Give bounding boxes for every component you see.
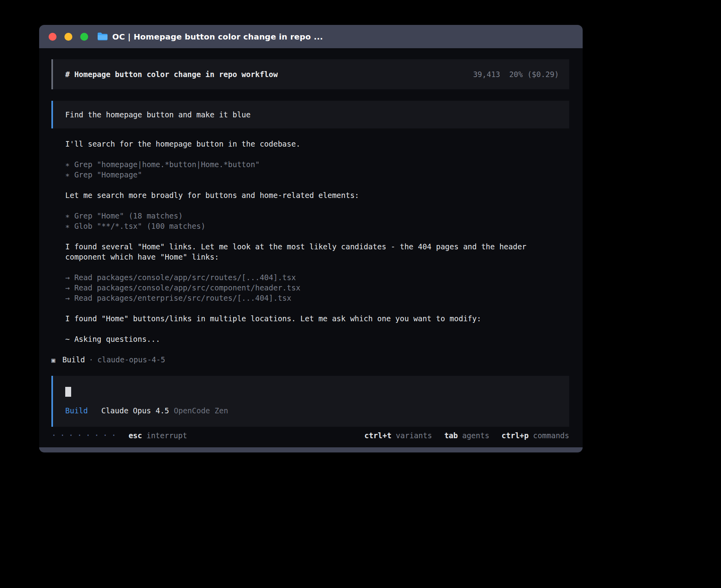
user-message-text: Find the homepage button and make it blu… <box>65 110 251 119</box>
tool-call-line: → Read packages/enterprise/src/routes/[.… <box>65 293 569 303</box>
session-header: # Homepage button color change in repo w… <box>51 59 569 89</box>
tool-call-line: → Read packages/console/app/src/componen… <box>65 283 569 293</box>
input-provider-label: OpenCode Zen <box>174 406 228 415</box>
shortcut-key: ctrl+t <box>364 431 392 440</box>
assistant-text: Let me search more broadly for buttons a… <box>65 190 564 200</box>
transcript: I'll search for the homepage button in t… <box>65 139 569 344</box>
terminal-window: OC | Homepage button color change in rep… <box>39 25 583 452</box>
shortcut-key: tab <box>444 431 458 440</box>
folder-icon <box>97 32 108 41</box>
agent-status-icon: ▣ <box>51 356 55 364</box>
assistant-text: I found several "Home" links. Let me loo… <box>65 241 564 262</box>
user-message: Find the homepage button and make it blu… <box>51 101 569 128</box>
agent-status-line: ▣Build·claude-opus-4-5 <box>51 354 569 366</box>
session-title: # Homepage button color change in repo w… <box>65 69 278 79</box>
shortcut-variants: ctrl+tvariants <box>364 430 432 441</box>
tool-call-line: ∗ Grep "homepage|home.*button|Home.*butt… <box>65 159 569 170</box>
tool-call-line: → Read packages/console/app/src/routes/[… <box>65 272 569 283</box>
input-meta-row: BuildClaude Opus 4.5OpenCode Zen <box>65 405 559 416</box>
spinner-dots: ········ <box>51 430 120 441</box>
traffic-lights <box>49 33 88 41</box>
tool-call-group: → Read packages/console/app/src/routes/[… <box>65 272 569 303</box>
terminal-content: # Homepage button color change in repo w… <box>39 48 583 447</box>
shortcut-label: commands <box>533 431 569 440</box>
session-token-usage: 39,413 20% ($0.29) <box>473 69 559 79</box>
shortcut-commands: ctrl+pcommands <box>502 430 569 441</box>
window-titlebar: OC | Homepage button color change in rep… <box>39 25 583 48</box>
agent-status-separator: · <box>89 355 93 364</box>
tool-call-line: ∗ Grep "Home" (18 matches) <box>65 211 569 221</box>
assistant-text: I found "Home" buttons/links in multiple… <box>65 313 564 324</box>
agent-status-name: Build <box>62 355 85 364</box>
shortcut-key: esc <box>128 431 142 440</box>
tool-call-group: ∗ Grep "Home" (18 matches)∗ Glob "**/*.t… <box>65 211 569 231</box>
close-button[interactable] <box>49 33 57 41</box>
input-agent-label[interactable]: Build <box>65 406 88 415</box>
status-bar-left: ········ escinterrupt <box>51 430 187 441</box>
shortcut-label: agents <box>462 431 489 440</box>
assistant-text: ~ Asking questions... <box>65 334 564 344</box>
shortcut-label: interrupt <box>146 431 187 440</box>
shortcut-label: variants <box>396 431 432 440</box>
text-cursor <box>65 387 71 397</box>
shortcut-interrupt: escinterrupt <box>128 430 187 441</box>
assistant-text: I'll search for the homepage button in t… <box>65 139 564 149</box>
status-bar-right: ctrl+tvariantstabagentsctrl+pcommands <box>364 430 569 441</box>
window-title: OC | Homepage button color change in rep… <box>112 32 323 41</box>
prompt-input[interactable]: BuildClaude Opus 4.5OpenCode Zen <box>51 376 569 427</box>
input-model-label[interactable]: Claude Opus 4.5 <box>101 406 169 415</box>
agent-status-model: claude-opus-4-5 <box>97 355 165 364</box>
zoom-button[interactable] <box>80 33 88 41</box>
tool-call-line: ∗ Glob "**/*.tsx" (100 matches) <box>65 221 569 231</box>
tool-call-group: ∗ Grep "homepage|home.*button|Home.*butt… <box>65 159 569 180</box>
shortcut-key: ctrl+p <box>502 431 529 440</box>
status-bar: ········ escinterrupt ctrl+tvariantstaba… <box>51 430 569 441</box>
minimize-button[interactable] <box>64 33 72 41</box>
shortcut-agents: tabagents <box>444 430 489 441</box>
tool-call-line: ∗ Grep "Homepage" <box>65 170 569 180</box>
